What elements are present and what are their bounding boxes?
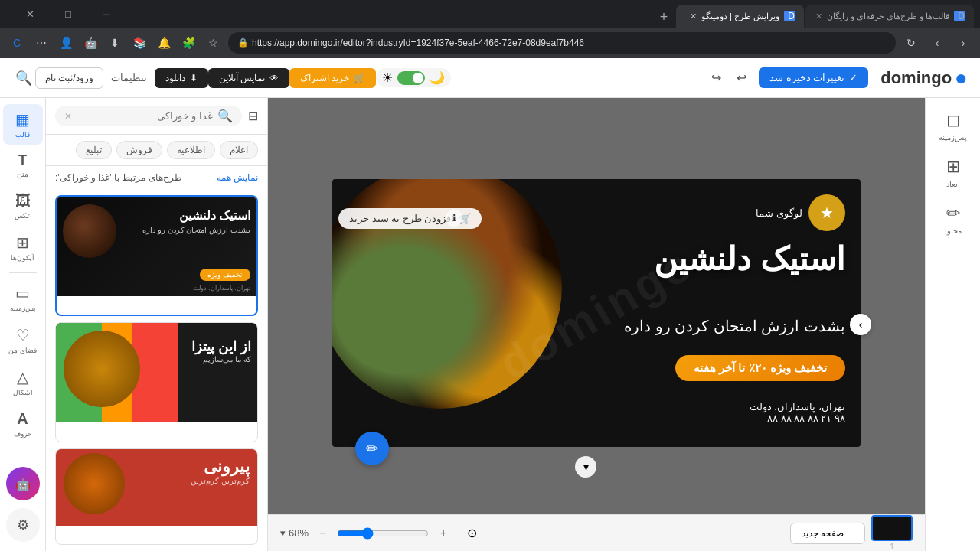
- save-button[interactable]: ✓ تغییرات ذخیره شد: [759, 67, 868, 88]
- tab-templates[interactable]: D قالب‌ها و طرح‌های حرفه‌ای و رایگان ✕: [805, 5, 974, 28]
- sidebar-item-shapes[interactable]: △ اشکال: [3, 362, 43, 403]
- address-bar[interactable]: 🔒 https://app.domingo.ir/editor?industry…: [228, 32, 896, 54]
- icons-sidebar-label: آیکون‌ها: [11, 254, 34, 262]
- minimize-button[interactable]: ─: [89, 2, 124, 25]
- tc3-background: پیرونی گرم‌ترین گرم‌ترین 🛒: [56, 449, 257, 526]
- tc2-background: از این پیتزا که ما می‌سازیم 🛒: [56, 323, 257, 422]
- ai-button[interactable]: 🤖: [6, 467, 40, 500]
- cat-info[interactable]: اطلاعیه: [167, 141, 215, 159]
- canvas-cta-button[interactable]: تخفیف ویژه ۲۰٪ تا آخر هفته: [675, 355, 845, 381]
- canvas-divider: [378, 393, 830, 393]
- search-clear-icon[interactable]: ✕: [64, 111, 72, 122]
- zoom-in-button[interactable]: +: [435, 525, 451, 542]
- page-thumbnail-1[interactable]: [871, 515, 913, 541]
- forward-button[interactable]: ›: [926, 32, 948, 54]
- download-icon: ⬇: [190, 73, 198, 83]
- header-actions: ✓ تغییرات ذخیره شد ↩ ↪: [660, 67, 868, 88]
- app-header: ● domingo ✓ تغییرات ذخیره شد ↩ ↪ 🌙 ☀ 🛒 خ…: [0, 58, 980, 98]
- new-page-button[interactable]: + صفحه جدید: [790, 523, 865, 544]
- browser-ext-icon5[interactable]: 🤖: [80, 32, 101, 54]
- panel-search-input[interactable]: [77, 110, 213, 122]
- theme-toggle-container: 🌙 ☀: [376, 68, 451, 87]
- tc3-cart-icon[interactable]: 🛒: [62, 498, 83, 520]
- sidebar-item-fonts[interactable]: A حروف: [3, 404, 43, 444]
- dark-moon-icon: 🌙: [430, 70, 445, 85]
- url-text: https://app.domingo.ir/editor?industryId…: [252, 37, 887, 48]
- canvas-title[interactable]: استیک دلنشین: [654, 240, 845, 279]
- browser-ext-icon3[interactable]: 📚: [129, 32, 150, 54]
- theme-toggle[interactable]: [397, 71, 425, 85]
- more-options-icon[interactable]: ⋯: [31, 32, 52, 54]
- filter-button[interactable]: ⊟: [248, 109, 258, 123]
- lock-icon: 🔒: [237, 37, 249, 48]
- eye-icon: 👁: [270, 73, 279, 83]
- tc1-cart-icon[interactable]: 🛒: [63, 269, 84, 290]
- refresh-button[interactable]: ↻: [900, 32, 922, 54]
- zoom-slider[interactable]: [337, 527, 429, 540]
- cat-ad[interactable]: تبلیغ: [76, 141, 112, 159]
- browser-titlebar: D قالب‌ها و طرح‌های حرفه‌ای و رایگان ✕ D…: [0, 0, 980, 28]
- dimensions-tool-icon: ⊞: [946, 157, 960, 177]
- sidebar-item-text[interactable]: T متن: [3, 146, 43, 184]
- tc2-food-image: [64, 331, 140, 407]
- page-thumbnail-wrap: 1: [871, 515, 913, 551]
- tab-close-templates[interactable]: ✕: [815, 11, 822, 21]
- close-button[interactable]: ✕: [12, 2, 47, 25]
- sidebar-item-image[interactable]: 🖼 عکس: [3, 186, 43, 226]
- canvas-scroll-arrow[interactable]: ▾: [575, 456, 596, 478]
- tool-content[interactable]: ✏ محتوا: [930, 197, 976, 241]
- tool-dimensions[interactable]: ⊞ ابعاد: [930, 151, 976, 194]
- footer-phone: ۹۸ ۲۱ ۸۸ ۸۸ ۸۸ ۸۸: [750, 412, 845, 424]
- tab-favicon-templates: D: [954, 11, 965, 21]
- cat-announcement[interactable]: اعلام: [220, 141, 258, 159]
- zoom-reset-icon[interactable]: ⊙: [467, 526, 477, 540]
- profile-icon[interactable]: 👤: [55, 32, 77, 54]
- browser-tabs: D قالب‌ها و طرح‌های حرفه‌ای و رایگان ✕ D…: [127, 0, 974, 28]
- sidebar-item-icons[interactable]: ⊞ آیکون‌ها: [3, 227, 43, 268]
- browser-ext-icon4[interactable]: ⬇: [104, 32, 126, 54]
- logo-icon: ●: [955, 66, 968, 90]
- canvas-subtitle[interactable]: بشدت ارزش امتحان کردن رو داره: [624, 317, 845, 335]
- template-card-pizza-red[interactable]: پیرونی گرم‌ترین گرم‌ترین 🛒: [55, 448, 258, 545]
- tab-close-editor[interactable]: ✕: [690, 11, 697, 21]
- copilot-icon[interactable]: C: [6, 32, 28, 54]
- subscribe-button[interactable]: 🛒 خرید اشتراک: [289, 68, 376, 88]
- search-icon: 🔍: [217, 109, 233, 123]
- canvas-expand-button[interactable]: ›: [850, 314, 871, 335]
- online-preview-button[interactable]: 👁 نمایش آنلاین: [208, 68, 289, 88]
- sidebar-item-myspace[interactable]: ♡ فضای من: [3, 320, 43, 360]
- template-card-pizza[interactable]: از این پیتزا که ما می‌سازیم 🛒: [55, 322, 258, 442]
- tab-label-templates: قالب‌ها و طرح‌های حرفه‌ای و رایگان: [827, 11, 949, 21]
- redo-button[interactable]: ↪: [705, 67, 727, 88]
- browser-ext-icon2[interactable]: 🔔: [153, 32, 175, 54]
- content-tool-label: محتوا: [945, 227, 962, 235]
- search-button-header[interactable]: 🔍: [12, 67, 35, 90]
- back-button[interactable]: ‹: [952, 32, 974, 54]
- add-to-favorites-icon[interactable]: ☆: [202, 32, 224, 54]
- tc2-text: از این پیتزا که ما می‌سازیم: [191, 338, 251, 364]
- edit-icon-button[interactable]: ✏: [355, 432, 389, 465]
- cat-sales[interactable]: فروش: [116, 141, 162, 159]
- sidebar-item-template[interactable]: ▦ قالب: [3, 104, 43, 145]
- sidebar-divider-1: [9, 272, 37, 273]
- undo-button[interactable]: ↩: [730, 67, 753, 88]
- zoom-out-button[interactable]: −: [315, 525, 331, 542]
- fonts-sidebar-icon: A: [17, 410, 28, 428]
- download-button[interactable]: ⬇ دانلود: [155, 68, 208, 88]
- show-all-button[interactable]: نمایش همه: [217, 172, 258, 183]
- maximize-button[interactable]: □: [51, 2, 86, 25]
- tool-background[interactable]: ◻ پس‌زمینه: [930, 104, 976, 148]
- browser-ext-icon1[interactable]: 🧩: [178, 32, 199, 54]
- page-thumb-more: [873, 512, 911, 514]
- tab-editor[interactable]: D ویرایش طرح | دومینگو ✕: [676, 5, 804, 28]
- sidebar-item-background[interactable]: ▭ پس‌زمینه: [3, 278, 43, 318]
- login-button[interactable]: ورود/ثبت نام: [35, 67, 103, 89]
- save-label: تغییرات ذخیره شد: [769, 72, 844, 83]
- settings-button[interactable]: تنظیمات: [103, 69, 155, 86]
- sidebar-settings-button[interactable]: ⚙: [6, 508, 40, 542]
- save-check-icon: ✓: [849, 72, 858, 83]
- template-card-steak[interactable]: استیک دلنشین بشدت ارزش امتحان کردن رو دا…: [55, 195, 258, 316]
- new-tab-button[interactable]: +: [653, 6, 675, 28]
- browser-addressbar: ‹ › ↻ 🔒 https://app.domingo.ir/editor?in…: [0, 28, 980, 58]
- info-button[interactable]: ℹ: [446, 210, 462, 227]
